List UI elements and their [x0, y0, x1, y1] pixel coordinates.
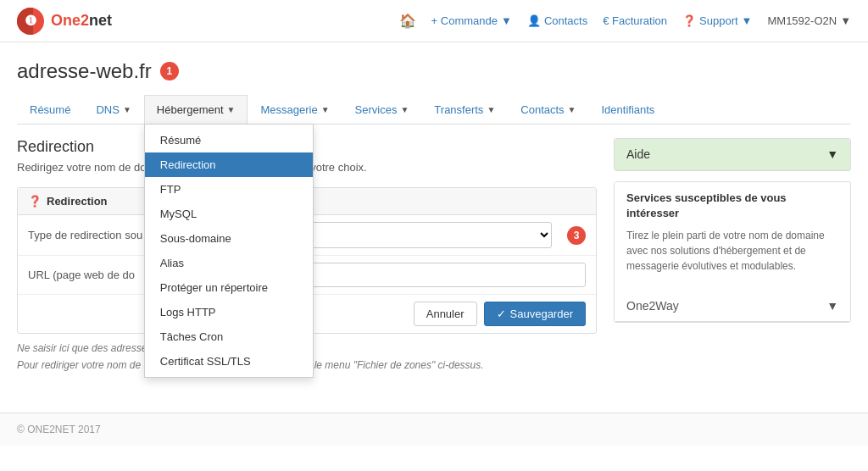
tab-resume[interactable]: Résumé	[17, 95, 83, 125]
tab-resume-label: Résumé	[30, 103, 70, 116]
domain-title-row: adresse-web.fr 1	[17, 59, 851, 83]
tab-identifiants-label: Identifiants	[602, 103, 655, 116]
aide-card-header[interactable]: Aide ▼	[615, 139, 850, 170]
domain-badge: 1	[160, 62, 179, 80]
caret-icon: ▼	[568, 105, 576, 114]
dropdown-item-logs[interactable]: Logs HTTP	[145, 300, 313, 324]
tab-hebergement[interactable]: Hébergement ▼	[144, 95, 248, 125]
nav-home[interactable]: 🏠	[399, 13, 416, 29]
logo-icon: ❶	[17, 8, 44, 35]
save-label: Sauvegarder	[510, 308, 573, 320]
tab-identifiants[interactable]: Identifiants	[589, 95, 668, 125]
caret-icon: ▼	[123, 105, 131, 114]
caret-icon: ▼	[501, 14, 512, 27]
dropdown-item-cron[interactable]: Tâches Cron	[145, 324, 313, 349]
nav-commande-label: + Commande	[431, 14, 498, 27]
nav-support-label: Support	[699, 14, 738, 27]
content-sidebar: Aide ▼ Services susceptibles de vous int…	[614, 138, 851, 374]
support-icon: ❓	[682, 14, 696, 27]
dropdown-item-ssl[interactable]: Certificat SSL/TLS	[145, 349, 313, 374]
dropdown-item-proteger[interactable]: Protéger un répertoire	[145, 275, 313, 300]
nav-facturation[interactable]: € Facturation	[603, 14, 667, 27]
main-container: adresse-web.fr 1 Résumé DNS ▼ Hébergemen…	[0, 42, 868, 396]
aide-label: Aide	[626, 147, 650, 161]
nav-contacts[interactable]: 👤 Contacts	[527, 14, 587, 27]
dropdown-item-redirection[interactable]: Redirection	[145, 152, 313, 177]
nav-contacts-label: Contacts	[544, 14, 587, 27]
hebergement-dropdown: RésuméRedirectionFTPMySQLSous-domaineAli…	[144, 124, 314, 378]
home-icon: 🏠	[399, 13, 416, 29]
tab-dns-label: DNS	[96, 103, 119, 116]
nav-account-label: MM1592-O2N	[767, 14, 837, 27]
nav-account[interactable]: MM1592-O2N ▼	[767, 14, 851, 27]
contacts-icon: 👤	[527, 14, 541, 27]
services-desc: Tirez le plein parti de votre nom de dom…	[626, 228, 838, 274]
caret-icon: ▼	[227, 105, 236, 114]
caret-icon: ▼	[840, 14, 851, 27]
nav-commande[interactable]: + Commande ▼	[431, 14, 512, 27]
services-title: Services susceptibles de vous intéresser	[626, 191, 838, 221]
one2way-label: One2Way	[626, 299, 679, 313]
one2way-card-header[interactable]: One2Way ▼	[615, 291, 850, 322]
dropdown-item-alias[interactable]: Alias	[145, 251, 313, 275]
caret-icon: ▼	[742, 14, 753, 27]
dropdown-item-ftp[interactable]: FTP	[145, 177, 313, 202]
domain-title: adresse-web.fr	[17, 59, 152, 83]
logo-text: One2net	[51, 12, 112, 30]
caret-icon: ▼	[400, 105, 409, 114]
tab-messagerie-label: Messagerie	[260, 103, 317, 116]
main-nav: 🏠 + Commande ▼ 👤 Contacts € Facturation …	[399, 13, 851, 29]
tab-contacts[interactable]: Contacts ▼	[508, 95, 588, 125]
tab-messagerie[interactable]: Messagerie ▼	[248, 95, 342, 125]
form-section-title: Redirection	[47, 195, 108, 208]
footer: © ONE2NET 2017	[0, 413, 868, 446]
logo: ❶ One2net	[17, 8, 112, 35]
tab-hebergement-wrapper: Hébergement ▼ RésuméRedirectionFTPMySQLS…	[144, 95, 248, 124]
aide-caret-icon: ▼	[826, 147, 838, 161]
tab-services-label: Services	[355, 103, 398, 116]
step-badge-3: 3	[567, 226, 586, 245]
help-icon: ❓	[28, 195, 42, 208]
tab-transferts-label: Transferts	[434, 103, 483, 116]
tab-services[interactable]: Services ▼	[342, 95, 422, 125]
aide-card: Aide ▼	[614, 138, 851, 171]
cancel-button[interactable]: Annuler	[414, 302, 477, 326]
header: ❶ One2net 🏠 + Commande ▼ 👤 Contacts € Fa…	[0, 0, 868, 42]
dropdown-item-sous-domaine[interactable]: Sous-domaine	[145, 226, 313, 251]
check-icon: ✓	[497, 308, 506, 320]
caret-icon: ▼	[321, 105, 330, 114]
one2way-caret-icon: ▼	[826, 299, 838, 313]
tab-nav: Résumé DNS ▼ Hébergement ▼ RésuméRedirec…	[17, 95, 851, 125]
services-card-body: Services susceptibles de vous intéresser…	[615, 182, 850, 291]
tab-dns[interactable]: DNS ▼	[83, 95, 143, 125]
nav-support[interactable]: ❓ Support ▼	[682, 14, 752, 27]
tab-hebergement-label: Hébergement	[157, 103, 224, 116]
services-card: Services susceptibles de vous intéresser…	[614, 181, 851, 323]
dropdown-item-mysql[interactable]: MySQL	[145, 202, 313, 226]
content-area: Redirection Redirigez votre nom de domai…	[17, 125, 851, 387]
footer-text: © ONE2NET 2017	[17, 424, 101, 435]
save-button[interactable]: ✓ Sauvegarder	[484, 302, 586, 326]
tab-contacts-label: Contacts	[520, 103, 564, 116]
tab-transferts[interactable]: Transferts ▼	[421, 95, 508, 125]
nav-facturation-label: € Facturation	[603, 14, 667, 27]
caret-icon: ▼	[487, 105, 495, 114]
dropdown-item-resume[interactable]: Résumé	[145, 128, 313, 152]
